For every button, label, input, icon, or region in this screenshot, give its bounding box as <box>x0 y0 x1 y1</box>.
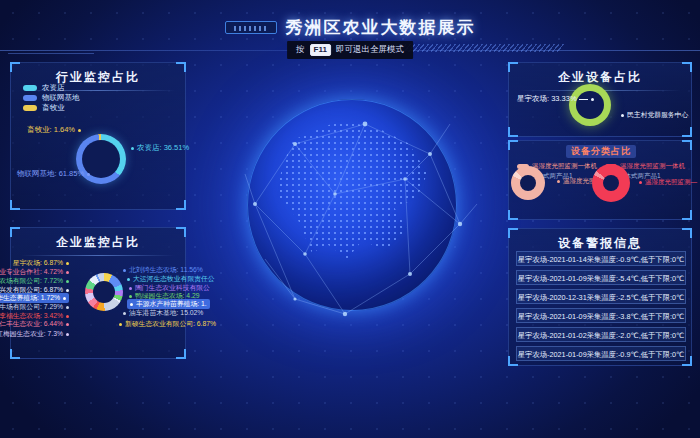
ent-label-left: 红梅园生态农业: 7.3% <box>0 329 69 339</box>
hint-suffix: 即可退出全屏模式 <box>336 44 404 56</box>
legend-label: 畜牧业 <box>42 103 65 113</box>
panel-title: 企业监控占比 <box>11 228 185 251</box>
legend-label: 物联网基地 <box>42 93 80 103</box>
panel-industry-ratio: 行业监控占比 农资店 物联网基地 畜牧业 畜牧业: 1.64% 农资店: 36.… <box>10 62 186 210</box>
legend-swatch <box>23 95 37 101</box>
panel-title: 企业设备占比 <box>509 63 691 86</box>
callout-class-right: 温湿度光照监测— <box>639 178 697 187</box>
page-title: 秀洲区农业大数据展示 <box>286 16 476 39</box>
legend-item-livestock[interactable]: 畜牧业 <box>23 103 65 113</box>
device-donut-chart[interactable] <box>569 84 611 126</box>
alarm-row: 星宇农场-2021-01-09采集温度:-3.8℃,低于下限:0℃ <box>516 308 686 323</box>
hint-prefix: 按 <box>296 44 305 56</box>
legend-label: 温湿度光照监测一体机 <box>532 162 597 171</box>
alarm-row: 星宇农场-2021-01-09采集温度:-0.9℃,低于下限:0℃ <box>516 346 686 361</box>
panel-device-class: 设备分类占比 温湿度光照监测一体机 一体式两产品1 温湿度光照监测— 温湿度光照… <box>508 140 692 220</box>
alarm-row: 星宇农场-2020-12-31采集温度:-2.5℃,低于下限:0℃ <box>516 289 686 304</box>
callout-store: 农资店: 36.51% <box>131 143 189 153</box>
callout-text: 星宇农场: 33.33% <box>517 94 577 103</box>
title-row: 秀洲区农业大数据展示 <box>0 16 700 39</box>
legend-label: 温湿度光照监测一体机 <box>620 162 685 171</box>
header: 秀洲区农业大数据展示 按 F11 即可退出全屏模式 <box>0 0 700 58</box>
class-donut-left[interactable] <box>511 166 545 200</box>
panel-title-divider <box>21 255 175 256</box>
globe-mesh-overlay <box>225 84 483 346</box>
panel-enterprise-ratio: 企业监控占比 星宇农场: 6.87% 石臼漾蚕业专业合作社: 4.72% 家银农… <box>10 227 186 359</box>
legend-item-iot-base[interactable]: 物联网基地 <box>23 93 80 103</box>
panel-alarm-info: 设备警报信息 星宇农场-2021-01-14采集温度:-0.9℃,低于下限:0℃… <box>508 228 692 366</box>
panel-title-badge: 设备分类占比 <box>566 145 636 158</box>
callout-service-center: 民主村党群服务中心 <box>621 110 688 120</box>
logo-badge <box>225 21 277 34</box>
alarm-row: 星宇农场-2021-01-14采集温度:-0.9℃,低于下限:0℃ <box>516 251 686 266</box>
legend-item-store[interactable]: 农资店 <box>23 83 65 93</box>
panel-device-ratio: 企业设备占比 星宇农场: 33.33% 民主村党群服务中心 <box>508 62 692 137</box>
alarm-row: 星宇农场-2021-01-09采集温度:-5.4℃,低于下限:0℃ <box>516 270 686 285</box>
legend-swatch <box>23 105 37 111</box>
ent-label-right: 新硕生态农业有限公司: 6.87% <box>119 319 216 329</box>
enterprise-donut-chart[interactable] <box>85 273 123 311</box>
dashboard: 秀洲区农业大数据展示 按 F11 即可退出全屏模式 行业监控占比 农资店 物联网… <box>0 0 700 438</box>
callout-livestock: 畜牧业: 1.64% <box>27 125 81 135</box>
alarm-row: 星宇农场-2021-01-02采集温度:-2.0℃,低于下限:0℃ <box>516 327 686 342</box>
callout-xingyu-farm: 星宇农场: 33.33% <box>517 94 594 104</box>
callout-iot-base: 物联网基地: 61.85% <box>17 169 90 179</box>
class-donut-right[interactable] <box>592 164 630 202</box>
fullscreen-hint: 按 F11 即可退出全屏模式 <box>287 41 413 59</box>
panel-title: 设备警报信息 <box>509 229 691 252</box>
f11-key-label: F11 <box>310 44 331 56</box>
header-accent-line <box>8 53 94 54</box>
legend-swatch <box>23 85 37 91</box>
ent-label-right: 油车港苗木基地: 15.02% <box>123 308 203 318</box>
ent-label-left: 仁丰生态农业: 6.44% <box>0 319 69 329</box>
legend-label: 农资店 <box>42 83 65 93</box>
leader-line <box>579 99 588 100</box>
